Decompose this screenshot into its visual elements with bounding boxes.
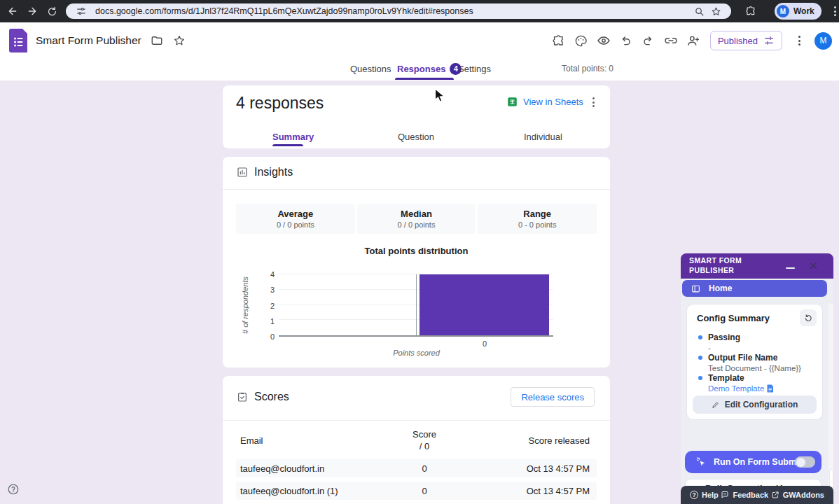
help-button[interactable] [7,483,20,496]
view-in-sheets-link[interactable]: View in Sheets [507,97,583,107]
template-link[interactable]: Demo Template [708,384,815,393]
col-email: Email [236,435,382,446]
browser-forward-button[interactable] [22,1,42,21]
chart-plot [279,274,553,337]
responses-count-title: 4 responses [236,94,324,113]
google-forms-logo[interactable] [9,29,27,52]
footer-gwaddons-link[interactable]: GWAddons [771,491,824,499]
stat-average: Average0 / 0 points [236,204,355,234]
row-score: 0 [382,463,466,474]
panel-header: SMART FORM PUBLISHER [681,253,833,279]
site-settings-icon[interactable] [73,4,90,19]
scores-title: Scores [254,391,289,403]
smart-form-publisher-panel: SMART FORM PUBLISHER Home Config Summary… [681,253,833,504]
search-icon[interactable] [691,4,707,19]
published-label: Published [718,36,758,46]
panel-title: SMART FORM PUBLISHER [689,256,742,275]
sheets-icon [507,97,518,107]
minimize-icon[interactable] [786,267,795,269]
config-item-output-file-name: Output File Name Test Document - {{Name}… [698,353,815,372]
insights-card: Insights Average0 / 0 points Median0 / 0… [223,157,610,368]
insights-title: Insights [254,166,293,178]
home-label: Home [709,284,732,293]
row-released: Oct 13 4:57 PM [466,463,597,474]
row-score: 0 [382,486,466,496]
responses-menu-button[interactable] [586,95,600,109]
chart-bar[interactable] [420,274,549,335]
star-form-button[interactable] [168,29,190,52]
config-summary-title: Config Summary [697,313,770,323]
undo-button[interactable] [615,29,637,52]
palette-icon [574,34,588,48]
profile-avatar: M [777,5,789,18]
form-menu-button[interactable] [788,29,810,52]
browser-profile-chip[interactable]: M Work [775,3,821,20]
forward-arrow-icon [27,6,38,17]
close-icon[interactable] [809,261,818,270]
chart-x-axis-label: Points scored [223,349,610,357]
preview-button[interactable] [592,29,615,52]
bullet-dot [698,356,702,360]
insights-chart-icon [237,167,248,178]
config-item-passing: Passing - [698,332,815,352]
chart-y-axis: 01234 [259,274,275,337]
customize-theme-button[interactable] [570,29,592,52]
redo-button[interactable] [637,29,660,52]
feedback-bubble-icon [721,491,729,499]
bullet-dot [698,335,702,340]
copy-link-button[interactable] [660,29,682,52]
published-button[interactable]: Published [710,31,782,50]
add-collaborators-button[interactable] [682,29,705,52]
redo-icon [642,34,655,48]
folder-icon [151,34,163,47]
divider [223,420,610,421]
pencil-icon [712,401,719,409]
tab-questions[interactable]: Questions [350,59,391,78]
reload-icon [47,6,57,17]
question-circle-icon [7,483,20,496]
active-subtab-underline [272,144,303,146]
edit-configuration-button[interactable]: Edit Configuration [693,396,817,414]
undo-icon [619,34,632,48]
insights-stats: Average0 / 0 points Median0 / 0 points R… [236,204,597,234]
browser-back-button[interactable] [3,1,22,21]
external-link-icon [771,491,779,499]
score-row[interactable]: taufeeq@cloudfort.in 0 Oct 13 4:57 PM [236,459,597,477]
puzzle-icon [552,34,565,48]
scores-card: Scores Release scores Email Score/ 0 Sco… [223,376,610,504]
tab-settings[interactable]: Settings [458,59,491,78]
form-title[interactable]: Smart Form Publisher [36,34,141,47]
panel-body: Home Config Summary Passing - Output Fil… [681,279,833,486]
panel-home-tab[interactable]: Home [682,280,827,297]
addons-button[interactable] [548,29,570,52]
tab-responses[interactable]: Responses 4 [397,59,462,78]
account-avatar[interactable]: M [814,32,832,50]
vertical-scrollbar[interactable] [828,304,833,504]
link-icon [664,34,678,48]
subtab-summary[interactable]: Summary [272,129,314,144]
row-email: taufeeq@cloudfort.in (1) [236,486,382,496]
eye-icon [597,34,611,48]
address-bar[interactable]: docs.google.com/forms/d/1Jnl37f24RmQ11pL… [66,4,731,19]
move-folder-button[interactable] [146,29,168,52]
back-arrow-icon [7,6,18,17]
config-summary-card: Config Summary Passing - Output File Nam… [686,304,823,420]
footer-feedback-link[interactable]: Feedback [721,491,768,499]
star-icon [173,34,186,47]
url-text[interactable]: docs.google.com/forms/d/1Jnl37f24RmQ11pL… [95,6,691,16]
bookmark-star-icon[interactable] [707,4,724,19]
help-icon: ? [690,491,698,499]
cursor-click-icon [695,456,707,468]
refresh-config-button[interactable] [800,309,817,326]
footer-help-link[interactable]: ? Help [690,491,719,499]
score-row[interactable]: taufeeq@cloudfort.in (1) 0 Oct 13 4:57 P… [236,482,597,500]
run-on-form-submit-button[interactable]: Run On Form Submit [685,451,821,473]
browser-reload-button[interactable] [42,1,62,21]
subtab-individual[interactable]: Individual [524,129,562,144]
release-scores-button[interactable]: Release scores [511,387,595,407]
browser-menu-button[interactable] [826,1,839,21]
row-email: taufeeq@cloudfort.in [236,463,382,474]
extensions-button[interactable] [741,1,761,21]
run-on-submit-toggle[interactable] [795,456,815,468]
subtab-question[interactable]: Question [398,129,434,144]
